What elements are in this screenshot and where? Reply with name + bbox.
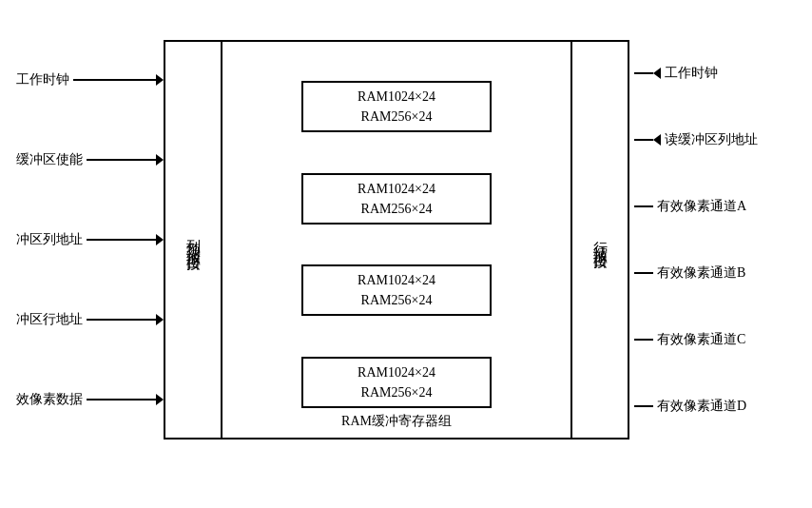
ram-group-4: RAM1024×24 RAM256×24 — [301, 357, 492, 408]
ram-2-line2: RAM256×24 — [311, 199, 482, 219]
right-label-6: 有效像素通道D — [657, 398, 746, 415]
ram-4-line1: RAM1024×24 — [311, 362, 482, 382]
right-label-1: 工作时钟 — [665, 65, 718, 82]
right-item-4: 有效像素通道B — [634, 264, 796, 282]
ram-group-1: RAM1024×24 RAM256×24 — [301, 81, 492, 132]
left-section-label: 列预缩放接口 — [184, 228, 203, 251]
right-section-label: 行缩放接口 — [591, 230, 609, 249]
left-label-1: 工作时钟 — [16, 71, 69, 88]
arrow-right-3 — [87, 234, 164, 245]
middle-section: RAM1024×24 RAM256×24 RAM1024×24 RAM256×2… — [222, 42, 570, 438]
right-item-5: 有效像素通道C — [634, 331, 796, 348]
arrow-right-2 — [87, 154, 164, 166]
arrow-right-1 — [73, 74, 164, 86]
arrow-right-4 — [87, 314, 164, 325]
left-label-2: 缓冲区使能 — [16, 151, 83, 168]
right-label-5: 有效像素通道C — [657, 331, 745, 348]
ram-4-line2: RAM256×24 — [311, 382, 482, 402]
right-item-1: 工作时钟 — [634, 65, 796, 82]
middle-bottom-label: RAM缓冲寄存器组 — [222, 413, 570, 430]
ram-group-2: RAM1024×24 RAM256×24 — [301, 173, 492, 225]
left-section: 列预缩放接口 — [165, 42, 222, 438]
arrow-right-5 — [87, 394, 164, 405]
main-block: 列预缩放接口 RAM1024×24 RAM256×24 RAM1024×24 R… — [164, 40, 629, 440]
right-label-2: 读缓冲区列地址 — [665, 131, 758, 148]
left-item-2: 缓冲区使能 — [16, 151, 164, 168]
left-item-4: 冲区行地址 — [16, 311, 164, 328]
ram-1-line2: RAM256×24 — [311, 107, 482, 127]
left-item-3: 冲区列地址 — [16, 231, 164, 248]
ram-3-line1: RAM1024×24 — [311, 270, 482, 290]
left-item-1: 工作时钟 — [16, 71, 164, 88]
left-labels: 工作时钟 缓冲区使能 冲区列地址 冲区行地址 效 — [16, 40, 164, 440]
right-section: 行缩放接口 — [570, 42, 628, 438]
right-item-6: 有效像素通道D — [634, 398, 796, 415]
ram-2-line1: RAM1024×24 — [311, 179, 482, 199]
diagram: 工作时钟 缓冲区使能 冲区列地址 冲区行地址 效 — [16, 21, 796, 487]
right-item-2: 读缓冲区列地址 — [634, 131, 796, 148]
left-label-5: 效像素数据 — [16, 391, 83, 408]
ram-3-line2: RAM256×24 — [311, 290, 482, 310]
ram-group-3: RAM1024×24 RAM256×24 — [301, 264, 492, 316]
right-label-3: 有效像素通道A — [657, 198, 746, 215]
right-labels: 工作时钟 读缓冲区列地址 有效像素通道A 有效像素通道B — [634, 40, 796, 440]
right-label-4: 有效像素通道B — [657, 264, 745, 282]
ram-1-line1: RAM1024×24 — [311, 87, 482, 107]
right-item-3: 有效像素通道A — [634, 198, 796, 215]
left-item-5: 效像素数据 — [16, 391, 164, 408]
left-label-4: 冲区行地址 — [16, 311, 83, 328]
left-label-3: 冲区列地址 — [16, 231, 83, 248]
